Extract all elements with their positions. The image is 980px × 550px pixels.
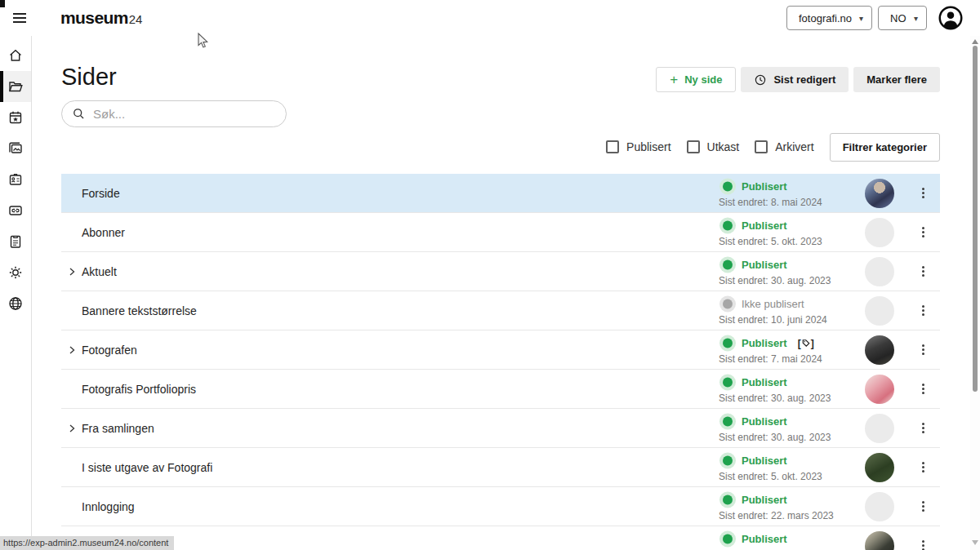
status-dot-icon — [723, 416, 733, 426]
row-menu-button[interactable] — [917, 264, 929, 280]
page-row[interactable]: Fotografen Publisert [] Sist endret: 7. … — [61, 330, 940, 370]
page-status: Publisert Sist endret: 30. aug. 2023 — [719, 375, 831, 403]
scroll-down-arrow[interactable] — [972, 540, 978, 545]
search-input[interactable] — [93, 107, 276, 121]
filter-categories-button[interactable]: Filtrer kategorier — [830, 133, 940, 162]
sidebar-item-calendar[interactable] — [0, 102, 31, 133]
link-icon — [7, 202, 24, 219]
last-edited-text: Sist endret: 30. aug. 2023 — [719, 274, 831, 286]
page-row-title: Bannere tekststørrelse — [82, 304, 197, 317]
status-dot-icon — [723, 338, 733, 348]
calendar-star-icon — [7, 109, 24, 126]
language-selector-value: NO — [890, 12, 906, 24]
last-edited-label: Sist redigert — [773, 73, 835, 86]
page-status: Publisert Sist endret: 30. aug. 2023 — [719, 257, 831, 286]
page-thumbnail-avatar — [865, 218, 894, 247]
filter-checkbox-arkivert[interactable]: Arkivert — [755, 140, 813, 153]
id-card-icon — [7, 171, 24, 188]
page-row[interactable]: Bannere tekststørrelse Ikke publisert Si… — [61, 291, 940, 330]
status-dot-icon — [723, 455, 733, 465]
row-menu-button[interactable] — [917, 303, 929, 319]
sidebar-item-links[interactable] — [0, 195, 31, 226]
row-menu-button[interactable] — [917, 420, 929, 437]
page-thumbnail-avatar — [865, 453, 894, 482]
last-edited-button[interactable]: Sist redigert — [741, 67, 849, 92]
page-row[interactable]: Innlogging Publisert Sist endret: 22. ma… — [61, 487, 940, 526]
scrollbar-thumb[interactable] — [973, 46, 978, 392]
page-thumbnail-avatar — [865, 179, 894, 208]
caret-down-icon: ▾ — [859, 14, 863, 23]
sidebar-item-pages[interactable] — [0, 71, 31, 102]
new-page-button[interactable]: + Ny side — [656, 67, 736, 92]
account-button[interactable] — [938, 6, 963, 30]
row-menu-button[interactable] — [917, 381, 929, 397]
filter-label: Utkast — [707, 140, 740, 153]
page-row[interactable]: Abonner Publisert Sist endret: 5. okt. 2… — [61, 213, 940, 252]
page-status: Publisert Sist endret: 5. okt. 2023 — [719, 218, 822, 246]
menu-button[interactable] — [8, 7, 31, 29]
caret-down-icon: ▾ — [914, 14, 918, 23]
page-row-title: Innlogging — [82, 500, 135, 513]
page-status: Publisert Sist endret: 30. aug. 2023 — [719, 414, 831, 442]
row-menu-button[interactable] — [917, 499, 929, 515]
sidebar-item-media[interactable] — [0, 133, 31, 164]
last-edited-text: Sist endret: 22. mars 2023 — [719, 509, 834, 521]
page-thumbnail-avatar — [865, 375, 894, 404]
row-menu-button[interactable] — [917, 185, 929, 202]
vertical-scrollbar — [970, 36, 980, 550]
row-menu-button[interactable] — [917, 342, 929, 358]
site-selector[interactable]: fotografi.no ▾ — [786, 6, 872, 30]
status-dot-icon — [723, 259, 733, 269]
status-label: Publisert — [742, 337, 787, 349]
mark-multiple-button[interactable]: Marker flere — [853, 67, 940, 92]
status-label: Publisert — [742, 494, 787, 506]
page-status: Publisert Sist endret: 22. mars 2023 — [719, 492, 834, 521]
filter-checkbox-utkast[interactable]: Utkast — [687, 140, 740, 153]
checkbox-icon — [606, 140, 619, 153]
clipboard-icon — [7, 233, 24, 250]
status-label: Publisert — [742, 376, 787, 388]
sidebar-item-members[interactable] — [0, 164, 31, 195]
last-edited-text: Sist endret: 5. okt. 2023 — [719, 470, 822, 481]
last-edited-text: Sist endret: 5. okt. 2023 — [719, 235, 822, 246]
filter-label: Publisert — [626, 140, 670, 153]
sidebar-item-home[interactable] — [0, 40, 31, 71]
sidebar-item-website[interactable] — [0, 288, 31, 319]
plus-icon: + — [670, 73, 678, 86]
page-row[interactable]: Forside Publisert Sist endret: 8. mai 20… — [61, 174, 940, 213]
page-row-title: Abonner — [82, 226, 125, 239]
expand-chevron-icon[interactable] — [66, 266, 78, 277]
page-row[interactable]: Fotografis Portfoliopris Publisert Sist … — [61, 370, 940, 409]
page-list: Forside Publisert Sist endret: 8. mai 20… — [61, 174, 940, 550]
page-thumbnail-avatar — [865, 257, 894, 286]
logo-brand: museum — [60, 8, 128, 28]
top-bar: museum 24 fotografi.no ▾ NO ▾ — [0, 0, 980, 36]
page-row[interactable]: Fra samlingen Publisert Sist endret: 30.… — [61, 409, 940, 448]
page-thumbnail-avatar — [865, 531, 894, 550]
sidebar-item-documents[interactable] — [0, 226, 31, 257]
page-row[interactable]: I siste utgave av Fotografi Publisert Si… — [61, 448, 940, 487]
row-menu-button[interactable] — [917, 538, 929, 550]
scroll-up-arrow[interactable] — [972, 39, 978, 44]
page-row[interactable]: Publisert Sist endret: 30. aug. 2023 — [61, 526, 940, 550]
filter-checkbox-publisert[interactable]: Publisert — [606, 140, 670, 153]
status-dot-icon — [723, 181, 733, 191]
last-edited-text: Sist endret: 8. mai 2024 — [719, 196, 822, 207]
app-logo: museum 24 — [60, 8, 142, 28]
folder-open-icon — [7, 78, 24, 95]
page-row[interactable]: Aktuelt Publisert Sist endret: 30. aug. … — [61, 252, 940, 291]
last-edited-text: Sist endret: 30. aug. 2023 — [719, 392, 831, 403]
row-menu-button[interactable] — [917, 459, 929, 476]
mark-multiple-label: Marker flere — [866, 73, 927, 86]
page-row-title: Forside — [82, 187, 120, 200]
expand-chevron-icon[interactable] — [66, 344, 78, 356]
language-selector[interactable]: NO ▾ — [878, 6, 927, 30]
row-menu-button[interactable] — [917, 224, 929, 241]
last-edited-text: Sist endret: 10. juni 2024 — [719, 313, 827, 325]
screen-corner-artifact — [0, 0, 5, 7]
sidebar-item-settings[interactable] — [0, 257, 31, 288]
expand-chevron-icon[interactable] — [66, 423, 78, 434]
images-icon — [7, 140, 24, 157]
page-thumbnail-avatar — [865, 335, 894, 365]
header-right: fotografi.no ▾ NO ▾ — [786, 6, 980, 30]
